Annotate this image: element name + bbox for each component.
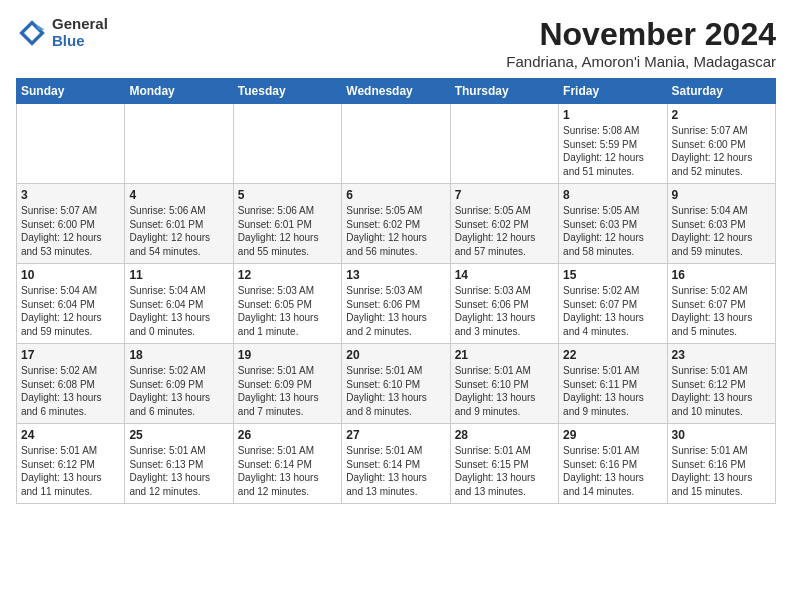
calendar-cell: 10Sunrise: 5:04 AM Sunset: 6:04 PM Dayli… <box>17 264 125 344</box>
title-area: November 2024 Fandriana, Amoron'i Mania,… <box>506 16 776 70</box>
day-number: 30 <box>672 428 771 442</box>
day-number: 9 <box>672 188 771 202</box>
day-info: Sunrise: 5:04 AM Sunset: 6:04 PM Dayligh… <box>21 284 120 338</box>
calendar-cell: 14Sunrise: 5:03 AM Sunset: 6:06 PM Dayli… <box>450 264 558 344</box>
day-number: 2 <box>672 108 771 122</box>
calendar-cell <box>342 104 450 184</box>
calendar-week-row: 1Sunrise: 5:08 AM Sunset: 5:59 PM Daylig… <box>17 104 776 184</box>
day-number: 8 <box>563 188 662 202</box>
day-info: Sunrise: 5:08 AM Sunset: 5:59 PM Dayligh… <box>563 124 662 178</box>
day-info: Sunrise: 5:06 AM Sunset: 6:01 PM Dayligh… <box>238 204 337 258</box>
weekday-header-row: SundayMondayTuesdayWednesdayThursdayFrid… <box>17 79 776 104</box>
location-title: Fandriana, Amoron'i Mania, Madagascar <box>506 53 776 70</box>
day-number: 1 <box>563 108 662 122</box>
header: General Blue November 2024 Fandriana, Am… <box>16 16 776 70</box>
calendar-cell: 18Sunrise: 5:02 AM Sunset: 6:09 PM Dayli… <box>125 344 233 424</box>
day-number: 17 <box>21 348 120 362</box>
day-info: Sunrise: 5:05 AM Sunset: 6:03 PM Dayligh… <box>563 204 662 258</box>
day-number: 16 <box>672 268 771 282</box>
day-number: 28 <box>455 428 554 442</box>
calendar-cell: 23Sunrise: 5:01 AM Sunset: 6:12 PM Dayli… <box>667 344 775 424</box>
calendar-cell: 22Sunrise: 5:01 AM Sunset: 6:11 PM Dayli… <box>559 344 667 424</box>
day-info: Sunrise: 5:01 AM Sunset: 6:14 PM Dayligh… <box>238 444 337 498</box>
day-number: 15 <box>563 268 662 282</box>
calendar-cell: 17Sunrise: 5:02 AM Sunset: 6:08 PM Dayli… <box>17 344 125 424</box>
calendar-cell <box>125 104 233 184</box>
calendar-cell: 9Sunrise: 5:04 AM Sunset: 6:03 PM Daylig… <box>667 184 775 264</box>
calendar-week-row: 17Sunrise: 5:02 AM Sunset: 6:08 PM Dayli… <box>17 344 776 424</box>
day-info: Sunrise: 5:07 AM Sunset: 6:00 PM Dayligh… <box>21 204 120 258</box>
day-info: Sunrise: 5:01 AM Sunset: 6:10 PM Dayligh… <box>455 364 554 418</box>
day-number: 22 <box>563 348 662 362</box>
day-info: Sunrise: 5:02 AM Sunset: 6:07 PM Dayligh… <box>563 284 662 338</box>
day-info: Sunrise: 5:03 AM Sunset: 6:06 PM Dayligh… <box>455 284 554 338</box>
day-number: 6 <box>346 188 445 202</box>
day-info: Sunrise: 5:02 AM Sunset: 6:09 PM Dayligh… <box>129 364 228 418</box>
logo-text: General Blue <box>52 16 108 49</box>
day-number: 7 <box>455 188 554 202</box>
day-info: Sunrise: 5:01 AM Sunset: 6:11 PM Dayligh… <box>563 364 662 418</box>
calendar-cell: 15Sunrise: 5:02 AM Sunset: 6:07 PM Dayli… <box>559 264 667 344</box>
calendar-cell: 20Sunrise: 5:01 AM Sunset: 6:10 PM Dayli… <box>342 344 450 424</box>
day-info: Sunrise: 5:05 AM Sunset: 6:02 PM Dayligh… <box>346 204 445 258</box>
day-number: 21 <box>455 348 554 362</box>
calendar-week-row: 3Sunrise: 5:07 AM Sunset: 6:00 PM Daylig… <box>17 184 776 264</box>
calendar-cell: 19Sunrise: 5:01 AM Sunset: 6:09 PM Dayli… <box>233 344 341 424</box>
calendar-cell <box>233 104 341 184</box>
day-number: 19 <box>238 348 337 362</box>
logo: General Blue <box>16 16 108 49</box>
day-info: Sunrise: 5:02 AM Sunset: 6:07 PM Dayligh… <box>672 284 771 338</box>
logo-blue-text: Blue <box>52 33 108 50</box>
day-number: 25 <box>129 428 228 442</box>
weekday-header-wednesday: Wednesday <box>342 79 450 104</box>
day-number: 18 <box>129 348 228 362</box>
calendar-cell: 7Sunrise: 5:05 AM Sunset: 6:02 PM Daylig… <box>450 184 558 264</box>
calendar-table: SundayMondayTuesdayWednesdayThursdayFrid… <box>16 78 776 504</box>
day-info: Sunrise: 5:01 AM Sunset: 6:12 PM Dayligh… <box>21 444 120 498</box>
day-number: 29 <box>563 428 662 442</box>
calendar-cell: 2Sunrise: 5:07 AM Sunset: 6:00 PM Daylig… <box>667 104 775 184</box>
day-number: 26 <box>238 428 337 442</box>
weekday-header-monday: Monday <box>125 79 233 104</box>
day-info: Sunrise: 5:03 AM Sunset: 6:06 PM Dayligh… <box>346 284 445 338</box>
weekday-header-sunday: Sunday <box>17 79 125 104</box>
calendar-cell: 16Sunrise: 5:02 AM Sunset: 6:07 PM Dayli… <box>667 264 775 344</box>
day-info: Sunrise: 5:01 AM Sunset: 6:09 PM Dayligh… <box>238 364 337 418</box>
day-number: 24 <box>21 428 120 442</box>
day-info: Sunrise: 5:01 AM Sunset: 6:16 PM Dayligh… <box>563 444 662 498</box>
calendar-cell: 30Sunrise: 5:01 AM Sunset: 6:16 PM Dayli… <box>667 424 775 504</box>
day-info: Sunrise: 5:05 AM Sunset: 6:02 PM Dayligh… <box>455 204 554 258</box>
day-info: Sunrise: 5:01 AM Sunset: 6:13 PM Dayligh… <box>129 444 228 498</box>
day-info: Sunrise: 5:03 AM Sunset: 6:05 PM Dayligh… <box>238 284 337 338</box>
weekday-header-saturday: Saturday <box>667 79 775 104</box>
calendar-cell: 28Sunrise: 5:01 AM Sunset: 6:15 PM Dayli… <box>450 424 558 504</box>
day-info: Sunrise: 5:01 AM Sunset: 6:14 PM Dayligh… <box>346 444 445 498</box>
day-number: 23 <box>672 348 771 362</box>
day-number: 27 <box>346 428 445 442</box>
calendar-cell: 21Sunrise: 5:01 AM Sunset: 6:10 PM Dayli… <box>450 344 558 424</box>
calendar-cell: 5Sunrise: 5:06 AM Sunset: 6:01 PM Daylig… <box>233 184 341 264</box>
day-info: Sunrise: 5:06 AM Sunset: 6:01 PM Dayligh… <box>129 204 228 258</box>
day-number: 3 <box>21 188 120 202</box>
logo-icon <box>16 17 48 49</box>
calendar-cell: 25Sunrise: 5:01 AM Sunset: 6:13 PM Dayli… <box>125 424 233 504</box>
day-info: Sunrise: 5:01 AM Sunset: 6:15 PM Dayligh… <box>455 444 554 498</box>
day-info: Sunrise: 5:01 AM Sunset: 6:10 PM Dayligh… <box>346 364 445 418</box>
calendar-cell: 27Sunrise: 5:01 AM Sunset: 6:14 PM Dayli… <box>342 424 450 504</box>
calendar-cell: 6Sunrise: 5:05 AM Sunset: 6:02 PM Daylig… <box>342 184 450 264</box>
calendar-cell: 12Sunrise: 5:03 AM Sunset: 6:05 PM Dayli… <box>233 264 341 344</box>
calendar-cell: 1Sunrise: 5:08 AM Sunset: 5:59 PM Daylig… <box>559 104 667 184</box>
calendar-week-row: 10Sunrise: 5:04 AM Sunset: 6:04 PM Dayli… <box>17 264 776 344</box>
calendar-cell <box>17 104 125 184</box>
calendar-cell <box>450 104 558 184</box>
calendar-cell: 11Sunrise: 5:04 AM Sunset: 6:04 PM Dayli… <box>125 264 233 344</box>
weekday-header-thursday: Thursday <box>450 79 558 104</box>
day-number: 4 <box>129 188 228 202</box>
calendar-cell: 8Sunrise: 5:05 AM Sunset: 6:03 PM Daylig… <box>559 184 667 264</box>
logo-general-text: General <box>52 16 108 33</box>
day-info: Sunrise: 5:04 AM Sunset: 6:03 PM Dayligh… <box>672 204 771 258</box>
day-number: 12 <box>238 268 337 282</box>
calendar-cell: 4Sunrise: 5:06 AM Sunset: 6:01 PM Daylig… <box>125 184 233 264</box>
calendar-cell: 24Sunrise: 5:01 AM Sunset: 6:12 PM Dayli… <box>17 424 125 504</box>
day-info: Sunrise: 5:04 AM Sunset: 6:04 PM Dayligh… <box>129 284 228 338</box>
